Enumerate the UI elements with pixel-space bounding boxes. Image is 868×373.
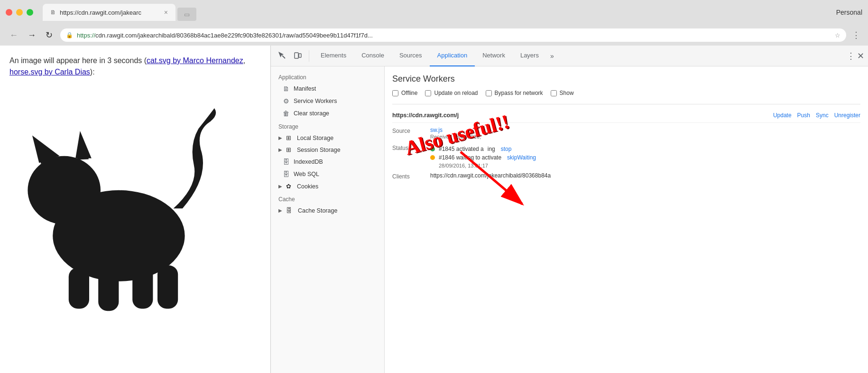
offline-option[interactable]: Offline [392, 90, 417, 96]
cache-storage-expand-icon: ▶ [278, 208, 282, 213]
clear-storage-label: Clear storage [294, 110, 329, 117]
minimize-button[interactable] [16, 9, 23, 16]
devtools-menu-button[interactable]: ⋮ [847, 51, 855, 61]
status-text-1: #1845 activated a [439, 146, 484, 152]
skip-waiting-link[interactable]: skipWaiting [507, 154, 536, 161]
show-option[interactable]: Show [551, 90, 574, 96]
push-link[interactable]: Push [797, 112, 810, 119]
unregister-link[interactable]: Unregister [834, 112, 860, 119]
local-storage-label: Local Storage [297, 135, 333, 141]
tab-application[interactable]: Application [430, 46, 475, 66]
clear-storage-icon: 🗑 [282, 110, 290, 117]
page-content: An image will appear here in 3 seconds (… [0, 46, 270, 373]
web-sql-item[interactable]: 🗄 Web SQL [271, 168, 384, 180]
inspect-element-button[interactable] [275, 49, 289, 63]
service-workers-item[interactable]: ⚙ Service Workers [271, 95, 384, 107]
application-section-title: Application [271, 70, 384, 83]
local-storage-expand-icon: ▶ [278, 135, 282, 140]
tab-console[interactable]: Console [354, 46, 392, 66]
more-tabs-button[interactable]: » [546, 52, 558, 60]
main-content: An image will appear here in 3 seconds (… [0, 46, 868, 373]
traffic-lights [6, 9, 33, 16]
browser-menu-icon[interactable]: ⋮ [852, 30, 860, 40]
horse-link[interactable]: horse.svg by Carla Dias [9, 68, 90, 76]
bypass-network-checkbox[interactable] [486, 90, 492, 96]
cat-link[interactable]: cat.svg by Marco Hernandez [147, 56, 243, 65]
session-storage-expand-icon: ▶ [278, 147, 282, 152]
update-on-reload-checkbox[interactable] [425, 90, 431, 96]
status-value: #1845 activated a ing stop #1846 waiting… [430, 144, 860, 168]
indexeddb-item[interactable]: 🗄 IndexedDB [271, 156, 384, 168]
url-bar[interactable]: 🔒 https://cdn.rawgit.com/jakearchibald/8… [60, 28, 846, 42]
manifest-icon: 🗎 [282, 85, 290, 93]
local-storage-item[interactable]: ▶ ⊞ Local Storage [271, 132, 384, 144]
svg-rect-14 [299, 54, 301, 57]
devtools-panel: Elements Console Sources Application Net… [270, 46, 868, 373]
tab-network[interactable]: Network [475, 46, 513, 66]
cache-storage-item[interactable]: ▶ 🗄 Cache Storage [271, 205, 384, 216]
local-storage-grid-icon: ⊞ [286, 134, 291, 141]
indexeddb-icon: 🗄 [282, 158, 290, 166]
stop-link[interactable]: stop [501, 146, 512, 152]
update-on-reload-option[interactable]: Update on reload [425, 90, 478, 96]
tab-close-button[interactable]: × [164, 9, 168, 16]
clear-storage-item[interactable]: 🗑 Clear storage [271, 107, 384, 120]
reload-button[interactable]: ↻ [44, 28, 55, 42]
active-tab[interactable]: 🗎 https://cdn.rawgit.com/jakearc × [43, 4, 175, 21]
devtools-close-button[interactable]: ✕ [857, 51, 864, 61]
close-button[interactable] [6, 9, 12, 16]
session-storage-item[interactable]: ▶ ⊞ Session Storage [271, 144, 384, 156]
status-label: Status [392, 144, 430, 151]
update-link[interactable]: Update [773, 112, 792, 119]
tabs-area: 🗎 https://cdn.rawgit.com/jakearc × ▭ [43, 4, 832, 21]
storage-section-title: Storage [271, 120, 384, 132]
device-toolbar-button[interactable] [291, 49, 305, 63]
status-dot-green [430, 147, 435, 151]
devtools-body: Application 🗎 Manifest ⚙ Service Workers… [271, 66, 868, 373]
back-button[interactable]: ← [8, 28, 20, 42]
svg-rect-13 [295, 53, 298, 58]
service-workers-title: Service Workers [392, 74, 860, 84]
bookmark-icon[interactable]: ☆ [835, 32, 840, 39]
right-panel: Service Workers Offline Update on reload [385, 66, 868, 373]
source-value: sw.js Received 28/09/2016, [430, 127, 860, 140]
source-row: Source sw.js Received 28/09/2016, [392, 127, 860, 140]
offline-checkbox[interactable] [392, 90, 398, 96]
cookies-item[interactable]: ▶ ✿ Cookies [271, 180, 384, 192]
clients-value: https://cdn.rawgit.com/jakearchibald/803… [430, 172, 860, 179]
sw-js-link[interactable]: sw.js [430, 127, 443, 133]
sw-entry: https://cdn.rawgit.com/j Update Push Syn… [392, 108, 860, 123]
sw-options-row: Offline Update on reload Bypass for netw… [392, 90, 860, 96]
tab-layers[interactable]: Layers [513, 46, 546, 66]
cache-storage-label: Cache Storage [298, 207, 337, 214]
cat-image [9, 85, 261, 317]
sync-link[interactable]: Sync [816, 112, 829, 119]
new-tab-button[interactable]: ▭ [177, 8, 196, 21]
tab-sources[interactable]: Sources [392, 46, 430, 66]
profile-area: Personal [836, 9, 862, 16]
svg-point-1 [28, 156, 101, 224]
service-workers-label: Service Workers [294, 98, 337, 104]
cache-section-title: Cache [271, 192, 384, 205]
browser-window: 🗎 https://cdn.rawgit.com/jakearc × ▭ Per… [0, 0, 868, 373]
bypass-network-option[interactable]: Bypass for network [486, 90, 543, 96]
manifest-item[interactable]: 🗎 Manifest [271, 83, 384, 95]
devtools-right-actions: ⋮ ✕ [847, 51, 864, 61]
status-running-text: ing [488, 146, 495, 152]
cookies-expand-icon: ▶ [278, 184, 282, 189]
status-text-2: #1846 waiting to activate [439, 154, 501, 161]
cookies-icon: ✿ [286, 183, 291, 190]
forward-button[interactable]: → [26, 28, 38, 42]
maximize-button[interactable] [27, 9, 33, 16]
outro-text: ): [90, 68, 95, 76]
tab-url: https://cdn.rawgit.com/jakearc [60, 9, 141, 16]
title-bar: 🗎 https://cdn.rawgit.com/jakearc × ▭ Per… [0, 0, 868, 25]
show-checkbox[interactable] [551, 90, 557, 96]
sw-url-text: https://cdn.rawgit.com/j [392, 112, 459, 119]
address-bar: ← → ↻ 🔒 https://cdn.rawgit.com/jakearchi… [0, 25, 868, 46]
page-intro: An image will appear here in 3 seconds (… [9, 55, 261, 78]
url-text: https://cdn.rawgit.com/jakearchibald/803… [77, 32, 373, 39]
comma-text: , [243, 56, 245, 65]
tab-elements[interactable]: Elements [313, 46, 354, 66]
status-row: Status #1845 activated a ing stop [392, 144, 860, 168]
